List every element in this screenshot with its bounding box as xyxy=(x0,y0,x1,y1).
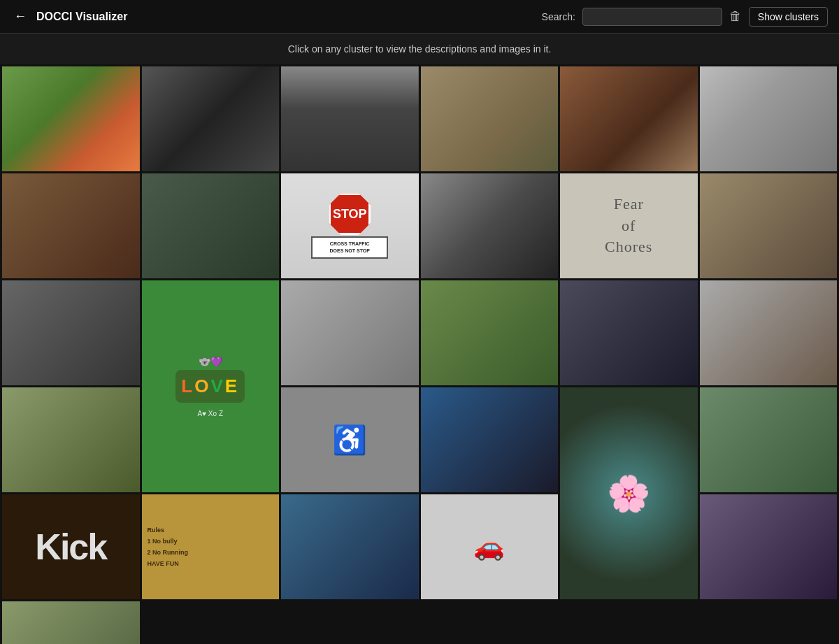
stop-sign-octagon: STOP xyxy=(329,193,371,235)
header-left: ← DOCCI Visualizer xyxy=(11,6,127,27)
image-handicap-sign[interactable]: ♿ xyxy=(281,387,419,492)
search-input[interactable] xyxy=(582,8,722,26)
grid-item-21[interactable] xyxy=(421,387,559,492)
image-stop-sign[interactable]: STOP CROSS TRAFFICDOES NOT STOP xyxy=(281,173,419,278)
grid-item-14[interactable]: 🐨💜 LOVE A♥ Xo Z xyxy=(142,280,280,492)
image-dark-object[interactable] xyxy=(700,494,838,599)
grid-item-1[interactable] xyxy=(2,66,140,171)
image-bench[interactable] xyxy=(142,173,280,278)
koala-graphic: 🐨💜 xyxy=(199,356,222,367)
image-duck-pond[interactable] xyxy=(700,387,838,492)
image-manatee-tank[interactable] xyxy=(421,387,559,492)
grid-item-17[interactable] xyxy=(560,280,698,385)
image-recliners[interactable] xyxy=(560,66,698,171)
image-armadillo[interactable] xyxy=(2,387,140,492)
grid-item-22[interactable]: 🌸 xyxy=(560,387,698,599)
grid-item-4[interactable] xyxy=(421,66,559,171)
image-rules-door[interactable]: Rules1 No bully2 No RunningHAVE FUN xyxy=(142,494,280,599)
kick-text: Kick xyxy=(35,526,106,568)
grid-item-12[interactable] xyxy=(700,173,838,278)
image-police-suv[interactable] xyxy=(142,66,280,171)
image-manatee-aquarium[interactable] xyxy=(281,494,419,599)
back-button[interactable]: ← xyxy=(11,6,29,27)
image-mural[interactable] xyxy=(2,66,140,171)
grid-item-18[interactable] xyxy=(700,280,838,385)
grid-item-2[interactable] xyxy=(142,66,280,171)
clear-search-button[interactable]: 🗑 xyxy=(729,9,742,24)
rules-text: Rules1 No bully2 No RunningHAVE FUN xyxy=(148,524,189,570)
grid-item-7[interactable] xyxy=(2,173,140,278)
image-desert-yucca[interactable] xyxy=(560,280,698,385)
image-cracked-ground[interactable] xyxy=(421,66,559,171)
image-statue[interactable] xyxy=(2,601,140,644)
grid-item-27[interactable]: 🚗 xyxy=(421,494,559,599)
grid-item-15[interactable] xyxy=(281,280,419,385)
grid-item-19[interactable] xyxy=(2,387,140,492)
image-sports-car[interactable] xyxy=(421,173,559,278)
grid-item-29[interactable] xyxy=(2,601,140,644)
image-neon-flower[interactable]: 🌸 xyxy=(560,387,698,599)
image-cat-dirt[interactable] xyxy=(2,173,140,278)
image-grid: STOP CROSS TRAFFICDOES NOT STOP FearofCh… xyxy=(0,64,839,644)
show-clusters-button[interactable]: Show clusters xyxy=(749,7,828,27)
image-plant-road[interactable] xyxy=(421,280,559,385)
love-letters: LOVE xyxy=(181,375,239,397)
grid-item-20[interactable]: ♿ xyxy=(281,387,419,492)
image-kick-sign[interactable]: Kick xyxy=(2,494,140,599)
app-title: DOCCI Visualizer xyxy=(36,10,127,23)
grid-item-28[interactable] xyxy=(700,494,838,599)
app-header: ← DOCCI Visualizer Search: 🗑 Show cluste… xyxy=(0,0,839,34)
grid-item-26[interactable] xyxy=(281,494,419,599)
image-sedan[interactable] xyxy=(281,280,419,385)
search-label: Search: xyxy=(542,11,575,22)
grid-item-5[interactable] xyxy=(560,66,698,171)
cross-traffic-sign: CROSS TRAFFICDOES NOT STOP xyxy=(311,236,388,259)
grid-item-24[interactable]: Kick xyxy=(2,494,140,599)
grid-item-23[interactable] xyxy=(700,387,838,492)
image-graffiti[interactable] xyxy=(700,173,838,278)
header-right: Search: 🗑 Show clusters xyxy=(542,7,828,27)
grid-item-11[interactable]: FearofChores xyxy=(560,173,698,278)
image-toy-car[interactable]: 🚗 xyxy=(421,494,559,599)
love-subtitle: A♥ Xo Z xyxy=(197,410,223,417)
grid-item-10[interactable] xyxy=(421,173,559,278)
grid-item-8[interactable] xyxy=(142,173,280,278)
grid-item-25[interactable]: Rules1 No bully2 No RunningHAVE FUN xyxy=(142,494,280,599)
image-spider-tree[interactable] xyxy=(700,280,838,385)
image-basketball-court[interactable] xyxy=(281,66,419,171)
image-love-koala[interactable]: 🐨💜 LOVE A♥ Xo Z xyxy=(142,280,280,492)
grid-item-13[interactable] xyxy=(2,280,140,385)
grid-item-16[interactable] xyxy=(421,280,559,385)
page-subtitle: Click on any cluster to view the descrip… xyxy=(0,34,839,64)
image-road-signs[interactable] xyxy=(700,66,838,171)
image-fear-of-chores[interactable]: FearofChores xyxy=(560,173,698,278)
grid-item-6[interactable] xyxy=(700,66,838,171)
grid-item-9[interactable]: STOP CROSS TRAFFICDOES NOT STOP xyxy=(281,173,419,278)
grid-item-3[interactable] xyxy=(281,66,419,171)
image-utility-truck[interactable] xyxy=(2,280,140,385)
